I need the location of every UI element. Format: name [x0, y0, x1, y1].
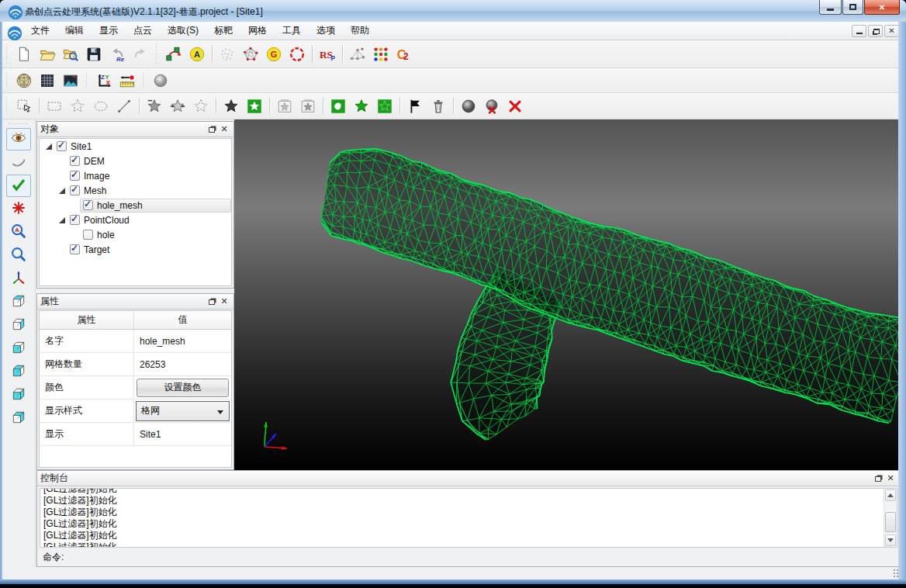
select-inside-button[interactable]: [143, 95, 166, 116]
grid-button[interactable]: [36, 70, 59, 91]
panel-close-button[interactable]: ✕: [218, 124, 230, 135]
toolbar-handle[interactable]: [5, 44, 9, 64]
panel-float-button[interactable]: [206, 296, 218, 307]
menu-edit[interactable]: 编辑: [57, 22, 92, 40]
point-cloud-button[interactable]: [216, 43, 239, 64]
redo-button[interactable]: [129, 43, 152, 64]
sphere-button[interactable]: [149, 70, 172, 91]
menu-pointcloud[interactable]: 点云: [126, 22, 160, 40]
viewport-3d[interactable]: [234, 119, 901, 470]
stamp-next-button[interactable]: [296, 95, 320, 116]
polygon-select-button[interactable]: [66, 95, 89, 116]
green-accept-button[interactable]: [327, 95, 350, 116]
view-cube-3-button[interactable]: [6, 361, 31, 383]
ball-delete-button[interactable]: [480, 95, 503, 116]
checkbox[interactable]: [57, 141, 67, 151]
expander-icon[interactable]: [57, 216, 67, 225]
view-cube-0-button[interactable]: [6, 291, 31, 313]
display-style-dropdown[interactable]: 格网: [136, 401, 230, 421]
rect-select-button[interactable]: [43, 95, 66, 116]
minimize-button[interactable]: [819, 0, 842, 15]
open-button[interactable]: [36, 43, 59, 64]
toolbar-handle[interactable]: [85, 72, 88, 89]
stamp-prev-button[interactable]: [273, 95, 296, 116]
checkbox[interactable]: [70, 215, 80, 225]
register-button[interactable]: [162, 43, 185, 64]
scroll-up-button[interactable]: [885, 489, 896, 501]
axes-zyx-button[interactable]: ZYX: [92, 70, 116, 91]
new-button[interactable]: [12, 43, 36, 64]
toolbar-handle[interactable]: [155, 44, 158, 64]
tree-item-hole[interactable]: hole: [40, 227, 231, 242]
scroll-down-button[interactable]: [885, 534, 896, 546]
green-star-box-button[interactable]: [243, 95, 266, 116]
image-button[interactable]: [59, 70, 82, 91]
panel-float-button[interactable]: [206, 124, 218, 135]
menu-mesh[interactable]: 网格: [240, 22, 275, 40]
set-color-button[interactable]: 设置颜色: [137, 379, 229, 397]
select-cursor-button[interactable]: [12, 95, 36, 116]
tree-item-hole-mesh[interactable]: hole_mesh: [40, 198, 231, 213]
circle-target-button[interactable]: [285, 43, 309, 64]
zoom-button[interactable]: [6, 244, 31, 267]
visibility-button[interactable]: [6, 128, 31, 150]
menu-target[interactable]: 标靶: [206, 22, 240, 40]
view-cube-1-button[interactable]: [6, 314, 31, 337]
checkbox[interactable]: [70, 185, 80, 195]
line-select-button[interactable]: [112, 95, 136, 116]
wireframe-mesh-canvas[interactable]: [234, 119, 901, 470]
undo-button[interactable]: Re: [105, 43, 129, 64]
save-button[interactable]: [82, 43, 105, 64]
menu-help[interactable]: 帮助: [343, 22, 377, 40]
axes-triad-button[interactable]: [6, 268, 31, 290]
label-g-button[interactable]: G: [262, 43, 285, 64]
tree-item-dem[interactable]: DEM: [40, 154, 231, 168]
checkbox[interactable]: [70, 244, 80, 254]
tree-item-site1[interactable]: Site1: [40, 139, 231, 154]
view-cube-4-button[interactable]: [6, 384, 31, 406]
panel-float-button[interactable]: [872, 473, 884, 484]
open-search-button[interactable]: [59, 43, 82, 64]
expander-icon[interactable]: [57, 186, 67, 195]
color-grid-button[interactable]: [369, 43, 392, 64]
expander-icon[interactable]: [44, 142, 54, 151]
mdi-minimize-button[interactable]: [852, 25, 866, 37]
star-black-button[interactable]: [220, 95, 243, 116]
view-cube-2-button[interactable]: [6, 337, 31, 360]
geo-sphere-button[interactable]: [12, 70, 36, 91]
label-a-button[interactable]: A: [185, 43, 209, 64]
maximize-button[interactable]: [842, 0, 863, 15]
green-star-button[interactable]: [350, 95, 373, 116]
mdi-close-button[interactable]: ✕: [884, 25, 899, 37]
green-mesh-box-button[interactable]: [373, 95, 396, 116]
delete-button[interactable]: [427, 95, 450, 116]
checkbox[interactable]: [70, 171, 80, 181]
graph-button[interactable]: [346, 43, 369, 64]
toolbar-handle[interactable]: [142, 72, 145, 89]
tree-item-target[interactable]: Target: [40, 242, 231, 257]
checkbox[interactable]: [83, 200, 93, 210]
convert-button[interactable]: C2: [392, 43, 416, 64]
checkbox[interactable]: [83, 230, 93, 240]
toolbar-handle[interactable]: [5, 97, 9, 115]
confirm-button[interactable]: [6, 175, 31, 197]
checkbox[interactable]: [70, 156, 80, 166]
close-button[interactable]: ✕: [864, 0, 900, 15]
menu-select[interactable]: 选取(S): [160, 22, 206, 40]
curve-button[interactable]: [6, 151, 31, 174]
menu-file[interactable]: 文件: [23, 22, 57, 40]
rsp-button[interactable]: RSP: [316, 43, 339, 64]
point-marker-button[interactable]: [6, 198, 31, 220]
cancel-button[interactable]: [503, 95, 527, 116]
flag-button[interactable]: [403, 95, 427, 116]
measure-button[interactable]: [116, 70, 139, 91]
tree-item-pointcloud[interactable]: PointCloud: [40, 213, 231, 227]
mesh-button[interactable]: [239, 43, 262, 64]
command-prompt[interactable]: 命令:: [40, 549, 897, 565]
tree-item-image[interactable]: Image: [40, 168, 231, 183]
panel-close-button[interactable]: ✕: [218, 296, 230, 307]
view-cube-5-button[interactable]: [6, 407, 31, 430]
ellipse-select-button[interactable]: [89, 95, 112, 116]
console-scrollbar[interactable]: [884, 489, 897, 547]
toolbar-handle[interactable]: [9, 122, 29, 126]
